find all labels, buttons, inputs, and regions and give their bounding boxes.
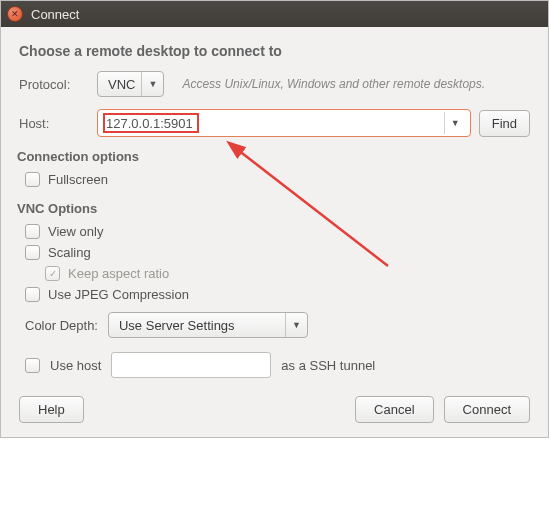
fullscreen-row: Fullscreen	[25, 172, 530, 187]
connection-options-title: Connection options	[17, 149, 530, 164]
page-title: Choose a remote desktop to connect to	[19, 43, 530, 59]
cancel-button[interactable]: Cancel	[355, 396, 433, 423]
keep-aspect-label: Keep aspect ratio	[68, 266, 169, 281]
dialog-footer: Help Cancel Connect	[19, 396, 530, 425]
use-host-row: Use host as a SSH tunnel	[25, 352, 530, 378]
scaling-checkbox[interactable]	[25, 245, 40, 260]
jpeg-row: Use JPEG Compression	[25, 287, 530, 302]
scaling-row: Scaling	[25, 245, 530, 260]
jpeg-label: Use JPEG Compression	[48, 287, 189, 302]
connect-dialog: ✕ Connect Choose a remote desktop to con…	[0, 0, 549, 438]
protocol-select[interactable]: VNC ▼	[97, 71, 164, 97]
color-depth-select[interactable]: Use Server Settings ▼	[108, 312, 308, 338]
protocol-value: VNC	[108, 77, 135, 92]
view-only-row: View only	[25, 224, 530, 239]
view-only-checkbox[interactable]	[25, 224, 40, 239]
dialog-content: Choose a remote desktop to connect to Pr…	[1, 27, 548, 437]
scaling-label: Scaling	[48, 245, 91, 260]
keep-aspect-checkbox: ✓	[45, 266, 60, 281]
spacer	[94, 396, 345, 423]
jpeg-checkbox[interactable]	[25, 287, 40, 302]
ssh-suffix-label: as a SSH tunnel	[281, 358, 375, 373]
host-input[interactable]	[106, 116, 444, 131]
host-input-combo[interactable]: ▼	[97, 109, 471, 137]
view-only-label: View only	[48, 224, 103, 239]
use-host-label: Use host	[50, 358, 101, 373]
chevron-down-icon: ▼	[141, 72, 157, 96]
fullscreen-checkbox[interactable]	[25, 172, 40, 187]
color-depth-label: Color Depth:	[25, 318, 98, 333]
ssh-host-input[interactable]	[111, 352, 271, 378]
find-button[interactable]: Find	[479, 110, 530, 137]
connect-button[interactable]: Connect	[444, 396, 530, 423]
chevron-down-icon: ▼	[285, 313, 301, 337]
titlebar: ✕ Connect	[1, 1, 548, 27]
color-depth-value: Use Server Settings	[119, 318, 235, 333]
color-depth-row: Color Depth: Use Server Settings ▼	[25, 312, 530, 338]
chevron-down-icon[interactable]: ▼	[444, 112, 466, 134]
protocol-row: Protocol: VNC ▼ Access Unix/Linux, Windo…	[19, 71, 530, 97]
close-icon[interactable]: ✕	[7, 6, 23, 22]
protocol-hint: Access Unix/Linux, Windows and other rem…	[182, 77, 485, 91]
use-host-checkbox[interactable]	[25, 358, 40, 373]
fullscreen-label: Fullscreen	[48, 172, 108, 187]
host-row: Host: ▼ Find	[19, 109, 530, 137]
help-button[interactable]: Help	[19, 396, 84, 423]
window-title: Connect	[31, 7, 79, 22]
keep-aspect-row: ✓ Keep aspect ratio	[45, 266, 530, 281]
protocol-label: Protocol:	[19, 77, 89, 92]
host-label: Host:	[19, 116, 89, 131]
vnc-options-title: VNC Options	[17, 201, 530, 216]
